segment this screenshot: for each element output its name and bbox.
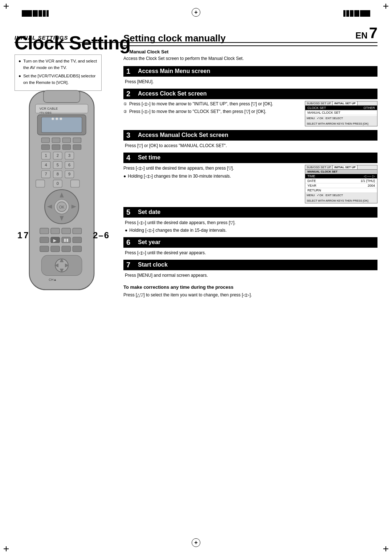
step-4-body-b: Holding [◁▷] changes the time in 30-minu…: [128, 173, 231, 179]
svg-text:5: 5: [57, 163, 59, 167]
reg-mark-tl: [4, 4, 9, 9]
step-5-num: 5: [126, 208, 134, 216]
remote-label-1: 1: [17, 230, 22, 240]
svg-rect-58: [73, 237, 82, 243]
remote-label-6: 6: [104, 230, 109, 240]
svg-text:3: 3: [68, 153, 70, 158]
step-6-body: Press [◁▷] until the desired year appear…: [123, 250, 377, 256]
svg-rect-62: [73, 246, 82, 252]
svg-text:6: 6: [68, 163, 70, 167]
svg-text:1: 1: [45, 153, 47, 158]
step-2-content: ① Press [◁▷] to move the arrow to "INITI…: [123, 101, 377, 126]
step-4-body-a: Press [◁▷] until the desired time appear…: [123, 165, 301, 171]
svg-point-7: [52, 118, 54, 120]
manual-desc: Access the Clock Set screen to perform t…: [123, 56, 377, 62]
svg-text:4: 4: [45, 163, 47, 167]
step-7: 7 Start clock Press [MENU] and normal sc…: [123, 260, 377, 279]
svg-text:CH▲: CH▲: [49, 278, 57, 281]
corrections-title: To make corrections any time during the …: [123, 284, 377, 291]
step-4-num: 4: [126, 154, 134, 162]
bullet-2: Set the [VCR/TV/CABLE/DBS] selector on t…: [23, 73, 98, 86]
corrections-body: Press [△▽] to select the item you want t…: [123, 292, 377, 298]
svg-rect-53: [51, 237, 60, 243]
svg-rect-51: [73, 228, 82, 234]
section-title: Setting clock manually: [123, 33, 377, 46]
step-3: 3 Access Manual Clock Set screen Press […: [123, 130, 377, 149]
svg-rect-14: [41, 145, 49, 149]
svg-rect-50: [62, 228, 71, 234]
svg-rect-49: [51, 228, 60, 234]
svg-rect-11: [52, 138, 60, 142]
step-4-screen: SUB/OSD SET UP INITIAL SET UP MANUAL CLO…: [305, 165, 377, 203]
step-1-title: Access Main Menu screen: [138, 68, 210, 74]
compass-bottom: [192, 538, 200, 547]
svg-rect-1: [44, 90, 80, 102]
svg-text:OK: OK: [59, 205, 65, 209]
step-2-num: 2: [126, 90, 134, 98]
step-2: 2 Access Clock Set screen ① Press [◁▷] t…: [123, 89, 377, 126]
svg-point-9: [60, 118, 62, 120]
step-2-title: Access Clock Set screen: [138, 90, 207, 97]
step-2-sub1: Press [◁▷] to move the arrow to "INITIAL…: [129, 101, 273, 107]
bullet-box: ● Turn on the VCR and the TV, and select…: [15, 54, 102, 91]
reg-mark-tr: [383, 4, 388, 9]
manual-subtitle: — Manual Clock Set: [123, 49, 377, 54]
svg-rect-59: [40, 246, 49, 252]
right-column: Setting clock manually — Manual Clock Se…: [123, 33, 377, 298]
svg-text:VCR  CABLE: VCR CABLE: [40, 107, 58, 110]
svg-rect-55: [62, 237, 71, 243]
svg-rect-36: [36, 180, 45, 187]
bullet-1: Turn on the VCR and the TV, and select t…: [23, 58, 98, 71]
remote-label-dash: –: [98, 230, 103, 240]
svg-rect-48: [40, 228, 49, 234]
step-4-content: Press [◁▷] until the desired time appear…: [123, 165, 377, 203]
step-1-num: 1: [126, 67, 134, 76]
step-2-screen: SUB/OSD SET UP INITIAL SET UP CLOCK SETO…: [305, 101, 377, 126]
step-2-sub2: Press [◁▷] to move the arrow to "CLOCK S…: [129, 109, 266, 115]
svg-rect-57: [66, 239, 68, 242]
svg-text:8: 8: [57, 172, 59, 176]
step-3-body: Press [▽] or [OK] to access "MANUAL CLOC…: [123, 142, 377, 149]
step-1: 1 Access Main Menu screen Press [MENU].: [123, 66, 377, 85]
top-bars-left: [22, 10, 49, 17]
svg-rect-39: [71, 180, 80, 187]
svg-rect-15: [52, 145, 60, 149]
svg-rect-60: [51, 246, 60, 252]
remote-label-2: 2: [93, 230, 98, 240]
svg-text:0: 0: [57, 181, 59, 186]
step-3-title: Access Manual Clock Set screen: [138, 132, 228, 138]
corrections-section: To make corrections any time during the …: [123, 284, 377, 299]
step-6-num: 6: [126, 238, 134, 247]
svg-text:*TV /DBS: *TV /DBS: [40, 111, 52, 114]
remote-illustration: VCR CABLE *TV /DBS 1 2 3 4 5 6 7: [11, 87, 113, 298]
svg-rect-17: [73, 145, 81, 149]
reg-mark-br: [383, 546, 388, 551]
step-4: 4 Set time Press [◁▷] until the desired …: [123, 153, 377, 203]
step-4-title: Set time: [138, 154, 160, 161]
svg-text:2: 2: [57, 153, 59, 158]
step-1-body: Press [MENU].: [123, 78, 377, 85]
svg-rect-13: [73, 138, 81, 142]
svg-rect-16: [62, 145, 70, 149]
top-bars-right: [343, 10, 370, 17]
step-7-num: 7: [126, 261, 134, 269]
step-3-num: 3: [126, 131, 134, 139]
step-5-title: Set date: [138, 209, 160, 215]
compass-top: [192, 8, 200, 17]
svg-rect-10: [41, 138, 49, 142]
step-5-body-a: Press [◁▷] until the desired date appear…: [123, 219, 377, 234]
step-5-body-b: Holding [◁▷] changes the date in 15-day …: [129, 227, 226, 234]
page-title: Clock Setting: [15, 32, 130, 54]
svg-point-8: [56, 118, 58, 120]
svg-rect-12: [62, 138, 70, 142]
svg-text:9: 9: [68, 172, 70, 176]
step-6: 6 Set year Press [◁▷] until the desired …: [123, 237, 377, 256]
reg-mark-bl: [4, 546, 9, 551]
remote-label-7: 7: [24, 230, 28, 240]
svg-text:7: 7: [45, 172, 47, 176]
svg-rect-61: [62, 246, 71, 252]
step-5: 5 Set date Press [◁▷] until the desired …: [123, 207, 377, 234]
step-6-title: Set year: [138, 239, 160, 246]
step-7-body: Press [MENU] and normal screen appears.: [123, 272, 377, 279]
svg-rect-52: [40, 237, 49, 243]
